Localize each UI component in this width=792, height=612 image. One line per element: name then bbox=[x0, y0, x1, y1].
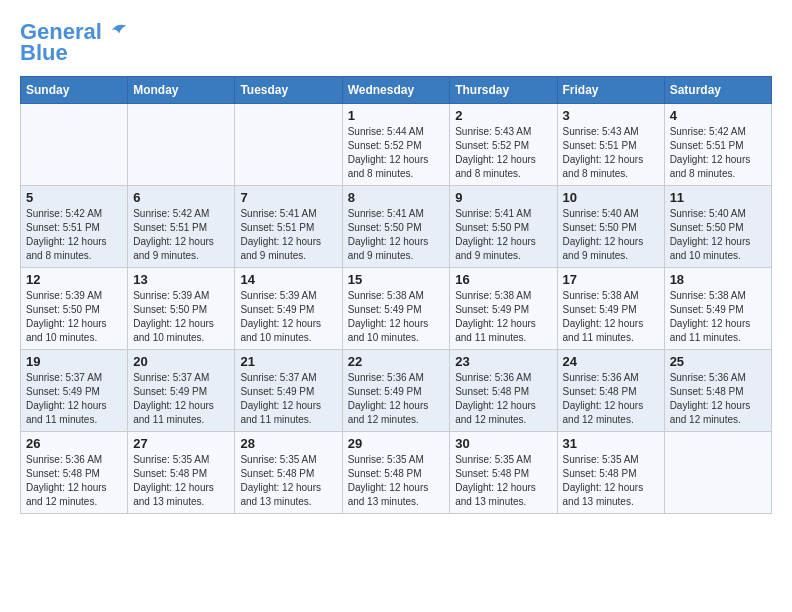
day-info: Sunrise: 5:35 AM Sunset: 5:48 PM Dayligh… bbox=[133, 453, 229, 509]
day-info: Sunrise: 5:41 AM Sunset: 5:50 PM Dayligh… bbox=[455, 207, 551, 263]
header-monday: Monday bbox=[128, 77, 235, 104]
day-cell: 9Sunrise: 5:41 AM Sunset: 5:50 PM Daylig… bbox=[450, 186, 557, 268]
day-info: Sunrise: 5:38 AM Sunset: 5:49 PM Dayligh… bbox=[670, 289, 766, 345]
day-number: 3 bbox=[563, 108, 659, 123]
day-number: 8 bbox=[348, 190, 445, 205]
header-sunday: Sunday bbox=[21, 77, 128, 104]
header-friday: Friday bbox=[557, 77, 664, 104]
day-number: 4 bbox=[670, 108, 766, 123]
day-info: Sunrise: 5:38 AM Sunset: 5:49 PM Dayligh… bbox=[348, 289, 445, 345]
day-cell: 4Sunrise: 5:42 AM Sunset: 5:51 PM Daylig… bbox=[664, 104, 771, 186]
day-info: Sunrise: 5:39 AM Sunset: 5:49 PM Dayligh… bbox=[240, 289, 336, 345]
day-cell: 27Sunrise: 5:35 AM Sunset: 5:48 PM Dayli… bbox=[128, 432, 235, 514]
day-number: 13 bbox=[133, 272, 229, 287]
day-number: 15 bbox=[348, 272, 445, 287]
header-thursday: Thursday bbox=[450, 77, 557, 104]
day-number: 30 bbox=[455, 436, 551, 451]
day-cell: 25Sunrise: 5:36 AM Sunset: 5:48 PM Dayli… bbox=[664, 350, 771, 432]
day-info: Sunrise: 5:37 AM Sunset: 5:49 PM Dayligh… bbox=[133, 371, 229, 427]
day-cell: 23Sunrise: 5:36 AM Sunset: 5:48 PM Dayli… bbox=[450, 350, 557, 432]
day-info: Sunrise: 5:41 AM Sunset: 5:51 PM Dayligh… bbox=[240, 207, 336, 263]
day-number: 5 bbox=[26, 190, 122, 205]
day-info: Sunrise: 5:41 AM Sunset: 5:50 PM Dayligh… bbox=[348, 207, 445, 263]
day-info: Sunrise: 5:35 AM Sunset: 5:48 PM Dayligh… bbox=[348, 453, 445, 509]
day-cell: 13Sunrise: 5:39 AM Sunset: 5:50 PM Dayli… bbox=[128, 268, 235, 350]
page-header: General Blue bbox=[20, 20, 772, 66]
day-cell: 26Sunrise: 5:36 AM Sunset: 5:48 PM Dayli… bbox=[21, 432, 128, 514]
day-number: 28 bbox=[240, 436, 336, 451]
day-number: 17 bbox=[563, 272, 659, 287]
day-info: Sunrise: 5:38 AM Sunset: 5:49 PM Dayligh… bbox=[563, 289, 659, 345]
day-info: Sunrise: 5:42 AM Sunset: 5:51 PM Dayligh… bbox=[670, 125, 766, 181]
day-info: Sunrise: 5:36 AM Sunset: 5:48 PM Dayligh… bbox=[670, 371, 766, 427]
logo: General Blue bbox=[20, 20, 128, 66]
day-number: 26 bbox=[26, 436, 122, 451]
day-number: 11 bbox=[670, 190, 766, 205]
day-info: Sunrise: 5:36 AM Sunset: 5:48 PM Dayligh… bbox=[455, 371, 551, 427]
day-info: Sunrise: 5:43 AM Sunset: 5:51 PM Dayligh… bbox=[563, 125, 659, 181]
day-info: Sunrise: 5:35 AM Sunset: 5:48 PM Dayligh… bbox=[240, 453, 336, 509]
day-info: Sunrise: 5:37 AM Sunset: 5:49 PM Dayligh… bbox=[26, 371, 122, 427]
day-number: 24 bbox=[563, 354, 659, 369]
day-cell: 11Sunrise: 5:40 AM Sunset: 5:50 PM Dayli… bbox=[664, 186, 771, 268]
day-number: 12 bbox=[26, 272, 122, 287]
calendar-header-row: SundayMondayTuesdayWednesdayThursdayFrid… bbox=[21, 77, 772, 104]
day-cell: 2Sunrise: 5:43 AM Sunset: 5:52 PM Daylig… bbox=[450, 104, 557, 186]
day-info: Sunrise: 5:35 AM Sunset: 5:48 PM Dayligh… bbox=[563, 453, 659, 509]
day-info: Sunrise: 5:44 AM Sunset: 5:52 PM Dayligh… bbox=[348, 125, 445, 181]
day-info: Sunrise: 5:37 AM Sunset: 5:49 PM Dayligh… bbox=[240, 371, 336, 427]
day-info: Sunrise: 5:38 AM Sunset: 5:49 PM Dayligh… bbox=[455, 289, 551, 345]
day-cell: 18Sunrise: 5:38 AM Sunset: 5:49 PM Dayli… bbox=[664, 268, 771, 350]
day-cell: 8Sunrise: 5:41 AM Sunset: 5:50 PM Daylig… bbox=[342, 186, 450, 268]
day-info: Sunrise: 5:43 AM Sunset: 5:52 PM Dayligh… bbox=[455, 125, 551, 181]
day-number: 21 bbox=[240, 354, 336, 369]
day-info: Sunrise: 5:39 AM Sunset: 5:50 PM Dayligh… bbox=[133, 289, 229, 345]
logo-bird-icon bbox=[110, 21, 128, 39]
day-cell bbox=[21, 104, 128, 186]
calendar-table: SundayMondayTuesdayWednesdayThursdayFrid… bbox=[20, 76, 772, 514]
day-info: Sunrise: 5:35 AM Sunset: 5:48 PM Dayligh… bbox=[455, 453, 551, 509]
day-info: Sunrise: 5:36 AM Sunset: 5:48 PM Dayligh… bbox=[26, 453, 122, 509]
day-cell: 6Sunrise: 5:42 AM Sunset: 5:51 PM Daylig… bbox=[128, 186, 235, 268]
day-number: 25 bbox=[670, 354, 766, 369]
day-cell: 12Sunrise: 5:39 AM Sunset: 5:50 PM Dayli… bbox=[21, 268, 128, 350]
day-cell: 3Sunrise: 5:43 AM Sunset: 5:51 PM Daylig… bbox=[557, 104, 664, 186]
day-cell: 28Sunrise: 5:35 AM Sunset: 5:48 PM Dayli… bbox=[235, 432, 342, 514]
day-cell: 31Sunrise: 5:35 AM Sunset: 5:48 PM Dayli… bbox=[557, 432, 664, 514]
day-cell: 5Sunrise: 5:42 AM Sunset: 5:51 PM Daylig… bbox=[21, 186, 128, 268]
day-cell: 1Sunrise: 5:44 AM Sunset: 5:52 PM Daylig… bbox=[342, 104, 450, 186]
header-saturday: Saturday bbox=[664, 77, 771, 104]
day-info: Sunrise: 5:42 AM Sunset: 5:51 PM Dayligh… bbox=[133, 207, 229, 263]
week-row-4: 19Sunrise: 5:37 AM Sunset: 5:49 PM Dayli… bbox=[21, 350, 772, 432]
day-cell: 24Sunrise: 5:36 AM Sunset: 5:48 PM Dayli… bbox=[557, 350, 664, 432]
day-cell: 20Sunrise: 5:37 AM Sunset: 5:49 PM Dayli… bbox=[128, 350, 235, 432]
day-cell: 30Sunrise: 5:35 AM Sunset: 5:48 PM Dayli… bbox=[450, 432, 557, 514]
day-number: 1 bbox=[348, 108, 445, 123]
header-wednesday: Wednesday bbox=[342, 77, 450, 104]
day-info: Sunrise: 5:40 AM Sunset: 5:50 PM Dayligh… bbox=[563, 207, 659, 263]
day-number: 18 bbox=[670, 272, 766, 287]
day-cell: 17Sunrise: 5:38 AM Sunset: 5:49 PM Dayli… bbox=[557, 268, 664, 350]
day-number: 20 bbox=[133, 354, 229, 369]
day-info: Sunrise: 5:39 AM Sunset: 5:50 PM Dayligh… bbox=[26, 289, 122, 345]
header-tuesday: Tuesday bbox=[235, 77, 342, 104]
day-number: 23 bbox=[455, 354, 551, 369]
day-cell bbox=[235, 104, 342, 186]
day-number: 2 bbox=[455, 108, 551, 123]
day-number: 29 bbox=[348, 436, 445, 451]
day-number: 10 bbox=[563, 190, 659, 205]
day-cell: 14Sunrise: 5:39 AM Sunset: 5:49 PM Dayli… bbox=[235, 268, 342, 350]
day-number: 19 bbox=[26, 354, 122, 369]
day-number: 16 bbox=[455, 272, 551, 287]
day-number: 14 bbox=[240, 272, 336, 287]
day-cell: 10Sunrise: 5:40 AM Sunset: 5:50 PM Dayli… bbox=[557, 186, 664, 268]
day-info: Sunrise: 5:42 AM Sunset: 5:51 PM Dayligh… bbox=[26, 207, 122, 263]
day-info: Sunrise: 5:36 AM Sunset: 5:48 PM Dayligh… bbox=[563, 371, 659, 427]
day-info: Sunrise: 5:36 AM Sunset: 5:49 PM Dayligh… bbox=[348, 371, 445, 427]
day-cell: 21Sunrise: 5:37 AM Sunset: 5:49 PM Dayli… bbox=[235, 350, 342, 432]
week-row-1: 1Sunrise: 5:44 AM Sunset: 5:52 PM Daylig… bbox=[21, 104, 772, 186]
day-number: 6 bbox=[133, 190, 229, 205]
week-row-2: 5Sunrise: 5:42 AM Sunset: 5:51 PM Daylig… bbox=[21, 186, 772, 268]
day-cell: 16Sunrise: 5:38 AM Sunset: 5:49 PM Dayli… bbox=[450, 268, 557, 350]
day-cell: 22Sunrise: 5:36 AM Sunset: 5:49 PM Dayli… bbox=[342, 350, 450, 432]
